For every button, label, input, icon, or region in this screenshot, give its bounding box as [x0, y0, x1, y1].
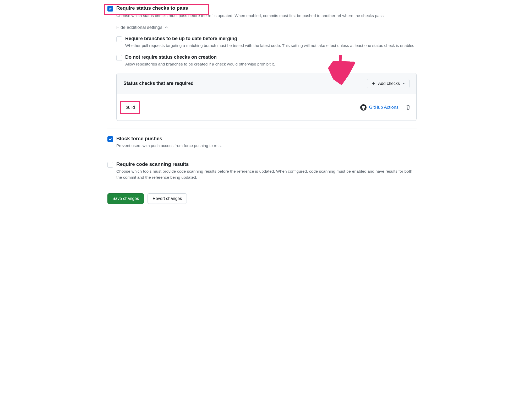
block-force-pushes-checkbox[interactable]: [107, 136, 113, 142]
divider: [107, 187, 417, 187]
caret-down-icon: [402, 82, 405, 85]
add-checks-button[interactable]: Add checks: [367, 79, 410, 88]
divider: [107, 128, 417, 128]
require-status-checks-checkbox[interactable]: [107, 6, 113, 12]
revert-changes-button[interactable]: Revert changes: [148, 193, 187, 204]
no-check-on-creation-desc: Allow repositories and branches to be cr…: [125, 61, 275, 67]
block-force-pushes-desc: Prevent users with push access from forc…: [116, 143, 222, 149]
hide-additional-settings-toggle[interactable]: Hide additional settings: [116, 25, 168, 30]
require-up-to-date-checkbox[interactable]: [116, 36, 122, 42]
github-mark-icon: [360, 104, 367, 111]
require-status-checks-desc: Choose which status checks must pass bef…: [116, 13, 417, 19]
require-code-scanning-desc: Choose which tools must provide code sca…: [116, 168, 417, 181]
status-checks-header: Status checks that are required: [123, 81, 194, 86]
block-force-pushes-title: Block force pushes: [116, 136, 222, 141]
add-checks-label: Add checks: [378, 81, 400, 86]
no-check-on-creation-checkbox[interactable]: [116, 55, 122, 61]
toggle-label: Hide additional settings: [116, 25, 162, 30]
check-icon: [108, 7, 112, 10]
require-up-to-date-title: Require branches to be up to date before…: [125, 36, 416, 41]
require-code-scanning-checkbox[interactable]: [107, 162, 113, 168]
check-icon: [108, 137, 112, 141]
no-check-on-creation-title: Do not require status checks on creation: [125, 54, 275, 60]
status-check-source[interactable]: GitHub Actions: [360, 104, 399, 111]
require-status-checks-title: Require status checks to pass: [116, 5, 188, 11]
plus-icon: [371, 81, 375, 86]
require-up-to-date-desc: Whether pull requests targeting a matchi…: [125, 42, 416, 48]
chevron-up-icon: [165, 26, 168, 29]
status-check-source-label: GitHub Actions: [369, 105, 399, 110]
save-changes-button[interactable]: Save changes: [107, 193, 144, 204]
require-code-scanning-title: Require code scanning results: [116, 161, 417, 167]
divider: [107, 155, 417, 155]
status-check-row: build GitHub Actions: [117, 94, 416, 121]
status-check-name: build: [120, 101, 140, 114]
trash-icon[interactable]: [405, 105, 411, 110]
